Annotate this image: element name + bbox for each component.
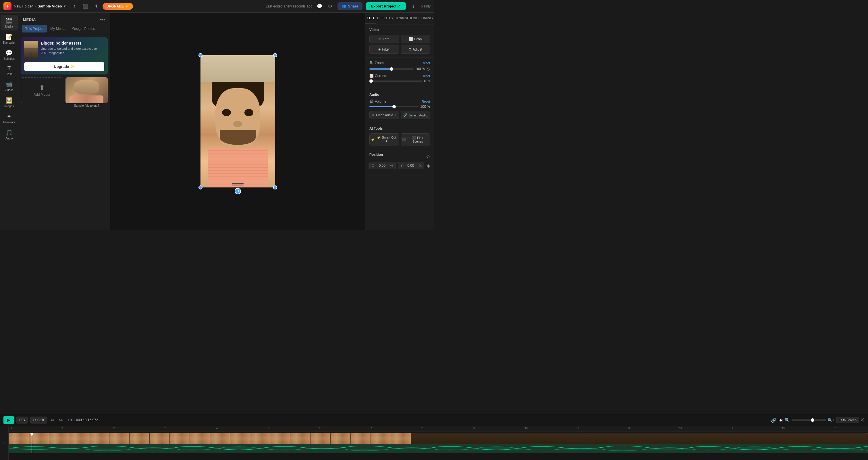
audio-section-title: Audio — [369, 93, 430, 96]
filter-button[interactable]: ◈ Filter — [369, 45, 399, 54]
position-row: X 0.00 % Y 0.00 % ◈ — [369, 162, 430, 169]
upgrade-button[interactable]: UPGRADE ⚡ — [102, 3, 133, 10]
download-button[interactable]: ↓ — [409, 2, 417, 10]
tab-transitions[interactable]: TRANSITIONS — [394, 13, 420, 24]
ai-tools-section: AI Tools ⚡ ⚡ Smart Cut ✦ ⬛ ⬛ Find Scenes — [365, 123, 434, 149]
background-wall — [200, 55, 275, 82]
topbar: ✦ New Folder › Sample Video ▾ ↑ ⬛ ☀ UPGR… — [0, 0, 434, 13]
media-item-name: Sample_Video.mp4 — [65, 104, 108, 107]
sidebar-item-subtitles[interactable]: 💬 Subtitles — [1, 47, 18, 63]
app-logo: ✦ — [3, 2, 11, 10]
sidebar-item-media[interactable]: 🎬 Media — [1, 15, 18, 30]
device-icon[interactable]: ⬛ — [81, 2, 89, 10]
canvas-area — [110, 13, 365, 230]
media-title: MEDIA — [23, 18, 36, 22]
corners-slider-thumb[interactable] — [369, 79, 373, 83]
volume-value: 100 % — [420, 105, 430, 109]
handle-rotate[interactable] — [235, 188, 241, 194]
tab-this-project[interactable]: This Project — [22, 25, 47, 32]
share-button[interactable]: 👥 Share — [338, 2, 362, 10]
sidebar-item-images[interactable]: 🖼️ Images — [1, 94, 18, 110]
zoom-reset[interactable]: Reset — [422, 61, 430, 65]
corners-slider-row: ⬜ Corners Reset 0 % — [369, 74, 430, 83]
resize-handle-indicator — [232, 183, 244, 185]
sidebar-item-text[interactable]: T Text — [1, 63, 18, 78]
adjust-button[interactable]: ⚙ Adjust — [401, 45, 430, 54]
folder-name[interactable]: New Folder — [14, 4, 33, 8]
tab-effects[interactable]: EFFECTS — [376, 13, 394, 24]
add-media-button[interactable]: ⬆ Add Media — [21, 77, 63, 103]
comment-icon[interactable]: 💬 — [316, 2, 324, 10]
zoom-label-row: 🔍 Zoom Reset — [369, 61, 430, 65]
sidebar-item-videos[interactable]: 📹 Videos — [1, 79, 18, 94]
volume-slider-thumb[interactable] — [392, 105, 396, 108]
filter-icon: ◈ — [378, 48, 381, 52]
media-more-options[interactable]: ••• — [100, 17, 105, 23]
banner-title: Bigger, bolder assets — [41, 41, 104, 46]
shirt — [208, 148, 268, 188]
zoom-icon: 🔍 — [369, 61, 374, 65]
smart-cut-button[interactable]: ⚡ ⚡ Smart Cut ✦ — [369, 134, 399, 145]
detach-icon: 🔗 — [403, 113, 407, 117]
share-icon-btn: 👥 — [342, 4, 346, 8]
right-panel: EDIT EFFECTS TRANSITIONS TIMING Video ✂ … — [365, 13, 434, 230]
ai-tools-title: AI Tools — [369, 126, 430, 131]
subtitles-icon: 💬 — [5, 50, 13, 56]
corners-reset[interactable]: Reset — [422, 74, 430, 78]
zoom-slider-thumb[interactable] — [390, 67, 393, 71]
video-section: Video ✂ Trim ⬜ Crop ◈ Filter ⚙ Adjust — [365, 24, 434, 57]
handle-top-right[interactable] — [273, 53, 277, 57]
media-icon: 🎬 — [5, 17, 13, 24]
trim-button[interactable]: ✂ Trim — [369, 35, 399, 44]
crop-button[interactable]: ⬜ Crop — [401, 35, 430, 44]
volume-reset[interactable]: Reset — [422, 100, 430, 103]
media-panel-content: ↑ Bigger, bolder assets Upgrade to uploa… — [19, 35, 110, 230]
corners-value: 0 % — [424, 79, 430, 83]
topbar-right: Last edited a few seconds ago 💬 ⚙ 👥 Shar… — [266, 2, 431, 10]
handle-bottom-left[interactable] — [198, 185, 203, 190]
sidebar-item-audio[interactable]: 🎵 Audio — [1, 127, 18, 142]
corners-slider-track[interactable] — [369, 81, 423, 82]
breadcrumb: New Folder › Sample Video ▾ — [14, 4, 66, 8]
video-canvas[interactable] — [200, 55, 275, 188]
zoom-slider-track[interactable] — [369, 68, 413, 69]
project-name[interactable]: Sample Video — [38, 4, 62, 8]
transcript-icon: 📝 — [5, 33, 13, 40]
project-dropdown-icon[interactable]: ▾ — [64, 4, 66, 8]
media-item-video[interactable]: Sample_Video.mp4 — [65, 77, 108, 107]
trim-icon: ✂ — [378, 37, 381, 41]
sidebar-item-transcript[interactable]: 📝 Transcript — [1, 31, 18, 47]
zoom-section: 🔍 Zoom Reset 100 % ◇ — [365, 57, 434, 89]
tab-my-media[interactable]: My Media — [47, 25, 69, 32]
media-tabs: This Project My Media Google Photos — [19, 25, 110, 35]
handle-top-left[interactable] — [198, 53, 203, 57]
volume-slider-track[interactable] — [369, 106, 418, 107]
zoom-slider-fill — [369, 68, 392, 69]
tab-timing[interactable]: TIMING — [420, 13, 434, 24]
zoom-slider-row: 🔍 Zoom Reset 100 % ◇ — [369, 61, 430, 71]
corners-label: Corners — [375, 74, 387, 78]
video-content — [200, 55, 275, 188]
plainly-label: plainly — [421, 4, 431, 8]
theme-icon[interactable]: ☀ — [92, 2, 100, 10]
share-icon[interactable]: ↑ — [70, 2, 79, 10]
main-layout: 🎬 Media 📝 Transcript 💬 Subtitles T Text … — [0, 13, 434, 230]
media-panel: MEDIA ••• This Project My Media Google P… — [19, 13, 110, 230]
tab-edit[interactable]: EDIT — [365, 13, 376, 24]
audio-section: Audio 🔊 Volume Reset 100 % — [365, 89, 434, 123]
handle-bottom-right[interactable] — [273, 185, 277, 190]
export-button[interactable]: Export Project ↗ — [366, 2, 406, 10]
volume-label-row: 🔊 Volume Reset — [369, 99, 430, 104]
zoom-value: 100 % — [415, 67, 425, 71]
tab-google-photos[interactable]: Google Photos — [69, 25, 98, 32]
settings-icon[interactable]: ⚙ — [326, 2, 334, 10]
upgrade-banner-button[interactable]: Upgrade ✨ — [24, 62, 104, 71]
face — [215, 88, 260, 148]
detach-audio-button[interactable]: 🔗 Detach Audio — [401, 111, 430, 119]
ai-tools-row: ⚡ ⚡ Smart Cut ✦ ⬛ ⬛ Find Scenes — [369, 134, 430, 145]
find-scenes-button[interactable]: ⬛ ⬛ Find Scenes — [401, 134, 430, 145]
clean-audio-button[interactable]: 🎙 Clean Audio ✦ — [369, 111, 399, 119]
text-icon: T — [7, 65, 11, 71]
adjust-icon: ⚙ — [408, 48, 412, 52]
sidebar-item-elements[interactable]: ✦ Elements — [1, 111, 18, 126]
